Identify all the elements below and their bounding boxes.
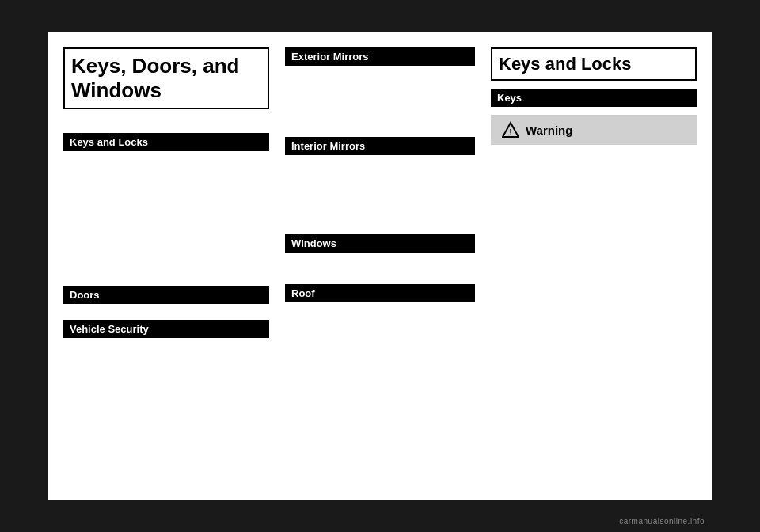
content-area: Keys, Doors, and Windows Keys and Locks … [63, 48, 697, 484]
warning-box: ! Warning [491, 115, 697, 145]
interior-mirrors-header[interactable]: Interior Mirrors [285, 137, 475, 155]
main-title-line2: Windows [71, 78, 162, 102]
watermark: carmanualsonline.info [619, 517, 705, 526]
vehicle-security-header[interactable]: Vehicle Security [63, 320, 269, 338]
exterior-mirrors-header[interactable]: Exterior Mirrors [285, 48, 475, 66]
warning-triangle-icon: ! [502, 121, 519, 139]
column-3: Keys and Locks Keys ! Warning [491, 48, 697, 484]
column-1: Keys, Doors, and Windows Keys and Locks … [63, 48, 285, 484]
main-title: Keys, Doors, and Windows [63, 48, 269, 109]
windows-header[interactable]: Windows [285, 234, 475, 253]
keys-header[interactable]: Keys [491, 89, 697, 107]
doors-header[interactable]: Doors [63, 286, 269, 304]
warning-label: Warning [526, 124, 572, 137]
column-2: Exterior Mirrors Interior Mirrors Window… [285, 48, 491, 484]
roof-header[interactable]: Roof [285, 284, 475, 302]
keys-and-locks-title: Keys and Locks [491, 48, 697, 81]
main-title-line1: Keys, Doors, and [71, 54, 239, 78]
warning-icon: ! [502, 121, 519, 139]
keys-and-locks-header-col1[interactable]: Keys and Locks [63, 133, 269, 151]
svg-text:!: ! [509, 127, 512, 137]
